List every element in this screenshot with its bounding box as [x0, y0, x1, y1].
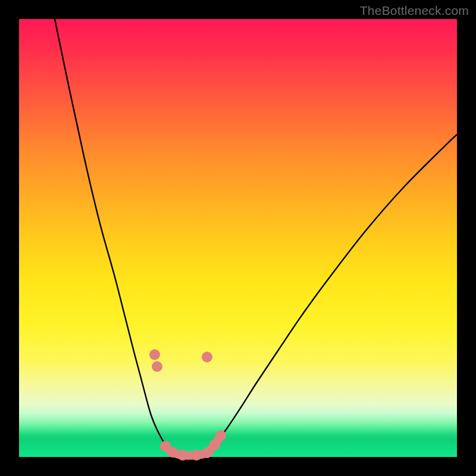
marker-dot [202, 447, 212, 458]
marker-dot [191, 450, 202, 461]
right-branch-curve [207, 134, 457, 453]
marker-dot [215, 430, 226, 441]
marker-dot [177, 450, 188, 461]
marker-dot [202, 352, 212, 362]
outer-frame: TheBottleneck.com [0, 0, 476, 476]
marker-dot [167, 447, 178, 458]
left-branch-curve [55, 19, 174, 453]
marker-dots [149, 349, 226, 461]
marker-dot [149, 349, 160, 360]
curve-layer [19, 19, 457, 457]
plot-area [19, 19, 457, 457]
marker-dot [152, 361, 162, 372]
marker-dot [209, 439, 220, 450]
watermark-text: TheBottleneck.com [360, 4, 469, 18]
